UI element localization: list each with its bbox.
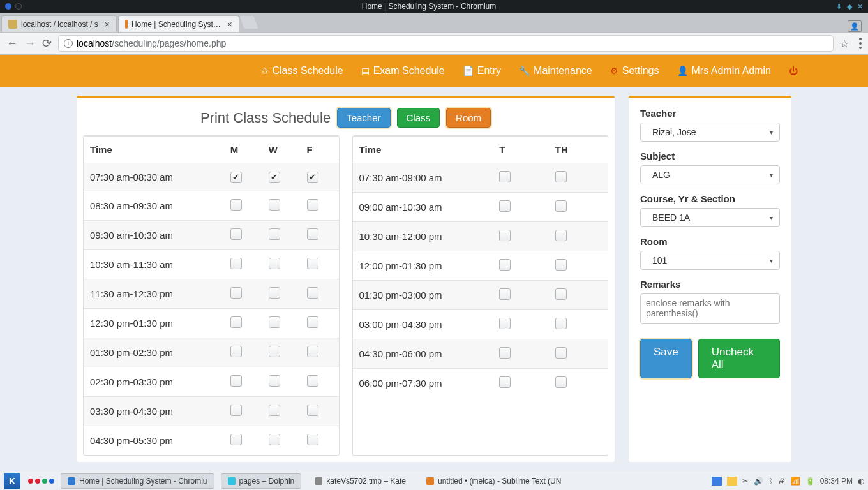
task-item[interactable]: untitled • (melca) - Sublime Text (UN xyxy=(419,473,568,489)
nav-entry[interactable]: 📄Entry xyxy=(463,65,501,77)
nav-maintenance[interactable]: 🔧Maintenance xyxy=(519,65,592,77)
tray-volume-icon[interactable]: 🔊 xyxy=(754,477,763,486)
address-bar[interactable]: i localhost/scheduling/pages/home.php xyxy=(58,35,834,52)
tray-desktop-icon[interactable] xyxy=(712,477,722,486)
bookmark-icon[interactable]: ☆ xyxy=(840,38,849,50)
window-maximize-icon[interactable]: ◆ xyxy=(847,3,852,11)
checkbox[interactable] xyxy=(307,316,318,328)
browser-profile-icon[interactable]: 👤 xyxy=(848,20,862,32)
checkbox[interactable] xyxy=(230,228,242,240)
checkbox[interactable] xyxy=(499,376,511,388)
window-minimize-icon[interactable]: ⬇ xyxy=(836,3,842,11)
checkbox[interactable] xyxy=(269,346,280,357)
form-panel: Teacher Rizal, Jose▾ Subject ALG▾ Course… xyxy=(629,96,791,462)
start-menu-icon[interactable]: K xyxy=(4,473,20,489)
clock[interactable]: 08:34 PM xyxy=(820,477,853,486)
checkbox[interactable] xyxy=(307,375,318,387)
checkbox[interactable] xyxy=(230,375,242,387)
checkbox[interactable] xyxy=(230,316,242,328)
checkbox[interactable] xyxy=(269,258,280,269)
checkbox[interactable] xyxy=(307,434,318,445)
check-cell xyxy=(224,338,262,367)
checkbox[interactable] xyxy=(269,199,280,211)
checkbox[interactable] xyxy=(269,405,280,416)
save-button[interactable]: Save xyxy=(640,339,692,378)
room-select[interactable]: 101▾ xyxy=(640,251,780,270)
checkbox[interactable] xyxy=(269,375,280,387)
nav-user[interactable]: 👤Mrs Admin Admin xyxy=(677,65,771,77)
browser-menu-icon[interactable] xyxy=(859,38,862,49)
subject-select[interactable]: ALG▾ xyxy=(640,165,780,184)
checkbox[interactable] xyxy=(499,288,511,300)
sublime-icon xyxy=(426,477,434,485)
checkbox[interactable] xyxy=(230,287,242,299)
checkbox[interactable] xyxy=(307,199,318,211)
check-cell xyxy=(549,310,608,339)
reload-icon[interactable]: ⟳ xyxy=(42,36,52,50)
tray-notifications-icon[interactable]: ◐ xyxy=(858,477,864,486)
remarks-input[interactable] xyxy=(640,293,780,324)
checkbox[interactable] xyxy=(307,228,318,240)
checkbox[interactable] xyxy=(230,258,242,269)
teacher-select[interactable]: Rizal, Jose▾ xyxy=(640,122,780,142)
checkbox[interactable] xyxy=(499,230,511,241)
task-item[interactable]: kateVs5702.tmp – Kate xyxy=(308,473,413,489)
checkbox[interactable] xyxy=(230,434,242,445)
nav-logout[interactable]: ⏻ xyxy=(789,66,798,76)
browser-tab-inactive[interactable]: localhost / localhost / s × xyxy=(1,15,117,32)
checkbox[interactable] xyxy=(230,405,242,416)
check-cell xyxy=(224,191,262,220)
close-icon[interactable]: × xyxy=(227,19,232,29)
course-select[interactable]: BEED 1A▾ xyxy=(640,208,780,227)
checkbox[interactable] xyxy=(230,346,242,357)
checkbox[interactable] xyxy=(499,347,511,359)
app-menu-icon[interactable] xyxy=(5,3,11,10)
checkbox[interactable] xyxy=(555,376,567,388)
checkbox[interactable] xyxy=(307,287,318,299)
close-icon[interactable]: × xyxy=(105,19,110,29)
checkbox[interactable] xyxy=(269,434,280,445)
class-button[interactable]: Class xyxy=(397,108,440,128)
checkbox[interactable] xyxy=(555,171,567,182)
tray-bluetooth-icon[interactable]: ᛒ xyxy=(768,477,773,486)
nav-exam-schedule[interactable]: ▤Exam Schedule xyxy=(361,65,445,77)
checkbox[interactable] xyxy=(555,288,567,300)
tray-wifi-icon[interactable]: 📶 xyxy=(791,477,800,486)
tray-clipboard-icon[interactable]: ✂ xyxy=(742,477,749,486)
checkbox[interactable] xyxy=(555,347,567,359)
back-icon[interactable]: ← xyxy=(6,37,18,50)
checkbox[interactable] xyxy=(307,346,318,357)
checkbox[interactable] xyxy=(555,230,567,241)
checkbox[interactable] xyxy=(269,316,280,328)
uncheck-all-button[interactable]: Uncheck All xyxy=(698,339,780,378)
checkbox[interactable] xyxy=(555,259,567,271)
checkbox[interactable] xyxy=(307,258,318,269)
window-close-icon[interactable]: ✕ xyxy=(857,3,863,11)
nav-settings[interactable]: ⚙Settings xyxy=(610,65,659,77)
checkbox[interactable] xyxy=(499,318,511,329)
desktop-pager[interactable] xyxy=(28,479,54,484)
room-button[interactable]: Room xyxy=(446,108,491,128)
task-item[interactable]: Home | Scheduling System - Chromiu xyxy=(61,473,214,489)
site-info-icon[interactable]: i xyxy=(64,39,73,48)
checkbox[interactable]: ✔ xyxy=(269,172,280,183)
checkbox[interactable] xyxy=(307,405,318,416)
task-item[interactable]: pages – Dolphin xyxy=(221,473,302,489)
checkbox[interactable] xyxy=(269,228,280,240)
checkbox[interactable] xyxy=(230,199,242,211)
nav-class-schedule[interactable]: ✩Class Schedule xyxy=(261,65,343,77)
teacher-button[interactable]: Teacher xyxy=(337,108,390,128)
tray-notes-icon[interactable] xyxy=(727,477,737,486)
checkbox[interactable] xyxy=(269,287,280,299)
checkbox[interactable] xyxy=(555,200,567,212)
browser-tab-active[interactable]: Home | Scheduling Syst… × xyxy=(118,15,239,32)
checkbox[interactable]: ✔ xyxy=(230,172,242,183)
tray-battery-icon[interactable]: 🔋 xyxy=(805,477,815,486)
new-tab-button[interactable] xyxy=(239,16,258,29)
checkbox[interactable]: ✔ xyxy=(307,172,318,183)
checkbox[interactable] xyxy=(499,200,511,212)
checkbox[interactable] xyxy=(555,318,567,329)
checkbox[interactable] xyxy=(499,171,511,182)
checkbox[interactable] xyxy=(499,259,511,271)
tray-printer-icon[interactable]: 🖨 xyxy=(778,477,786,486)
